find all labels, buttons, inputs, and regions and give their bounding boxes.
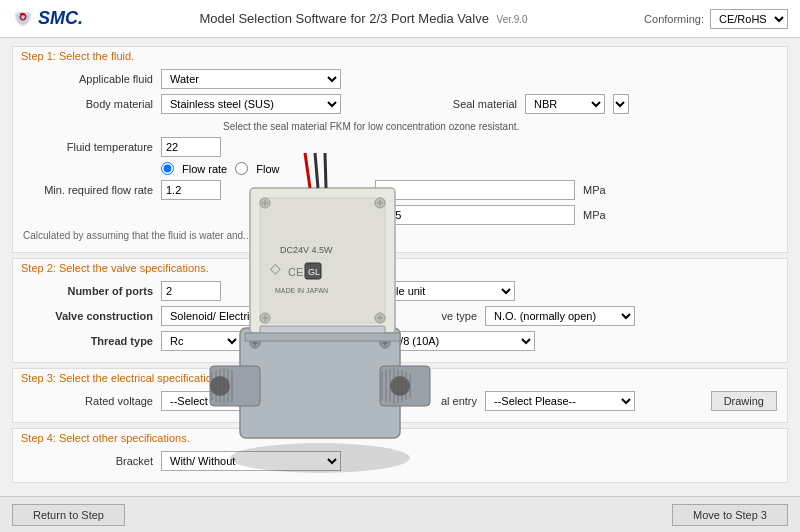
- port-size-select[interactable]: 3/8 (10A): [385, 331, 535, 351]
- conforming-select[interactable]: CE/RoHS UL None: [710, 9, 788, 29]
- body-material-label: Body material: [23, 98, 153, 110]
- seal-note: Select the seal material FKM for low con…: [223, 121, 519, 132]
- app-title: Model Selection Software for 2/3 Port Me…: [103, 11, 624, 26]
- pressure-input[interactable]: [375, 180, 575, 200]
- smc-logo-icon: [12, 8, 34, 30]
- app-header: SMC. Model Selection Software for 2/3 Po…: [0, 0, 800, 38]
- flow-rate-radio[interactable]: [161, 162, 174, 175]
- seal-material-arrow[interactable]: ▼: [613, 94, 629, 114]
- step2-section: Step 2: Select the valve specifications.…: [12, 258, 788, 363]
- step4-section: Step 4: Select other specifications. Bra…: [12, 428, 788, 483]
- conforming-area: Conforming: CE/RoHS UL None: [644, 9, 788, 29]
- valve-type-select[interactable]: N.O. (normally open): [485, 306, 635, 326]
- flow-rate-radio-group: Flow rate Flow: [161, 162, 279, 175]
- port-size-label: ort size: [317, 335, 377, 347]
- al-entry-select[interactable]: --Select Please--: [485, 391, 635, 411]
- min-flow-row: Min. required flow rate pressure MPa: [23, 180, 777, 200]
- num-ports-label: Number of ports: [23, 285, 153, 297]
- body-type-label: body type: [297, 285, 357, 297]
- step3-section: Step 3: Select the electrical specificat…: [12, 368, 788, 423]
- valve-type-label: ve type: [417, 310, 477, 322]
- fluid-temp-label: Fluid temperature: [23, 141, 153, 153]
- next-button[interactable]: Move to Step 3: [672, 504, 788, 526]
- calc-note-row: Calculated by assuming that the fluid is…: [23, 230, 777, 241]
- valve-construction-select[interactable]: Solenoid/ Electrica: [161, 306, 341, 326]
- step3-header: Step 3: Select the electrical specificat…: [13, 369, 787, 387]
- back-button[interactable]: Return to Step: [12, 504, 125, 526]
- body-material-row: Body material Stainless steel (SUS) Seal…: [23, 94, 777, 114]
- step2-body: Number of ports body type Single unit Va…: [13, 277, 787, 362]
- step4-body: Bracket With/ Without: [13, 447, 787, 482]
- sections-container: Step 1: Select the fluid. Applicable flu…: [12, 46, 788, 483]
- step1-header: Step 1: Select the fluid.: [13, 47, 787, 65]
- num-ports-input[interactable]: [161, 281, 221, 301]
- thread-type-select[interactable]: Rc: [161, 331, 241, 351]
- flow-rate-row: Flow rate Flow: [23, 162, 777, 175]
- bracket-label: Bracket: [23, 455, 153, 467]
- applicable-fluid-label: Applicable fluid: [23, 73, 153, 85]
- step1-section: Step 1: Select the fluid. Applicable flu…: [12, 46, 788, 253]
- max-pressure-input[interactable]: [375, 205, 575, 225]
- bracket-row: Bracket With/ Without: [23, 451, 777, 471]
- rated-voltage-row: Rated voltage --Select Please-- al entry…: [23, 391, 777, 411]
- applicable-fluid-select[interactable]: Water: [161, 69, 341, 89]
- max-pressure-unit: MPa: [583, 209, 606, 221]
- pressure-unit: MPa: [583, 184, 606, 196]
- valve-construction-label: Valve construction: [23, 310, 153, 322]
- body-material-select[interactable]: Stainless steel (SUS): [161, 94, 341, 114]
- al-entry-label: al entry: [417, 395, 477, 407]
- step3-body: Rated voltage --Select Please-- al entry…: [13, 387, 787, 422]
- min-flow-input[interactable]: [161, 180, 221, 200]
- num-ports-row: Number of ports body type Single unit: [23, 281, 777, 301]
- conforming-label: Conforming:: [644, 13, 704, 25]
- seal-material-label: Seal material: [437, 98, 517, 110]
- flow-option2-radio[interactable]: [235, 162, 248, 175]
- rated-voltage-label: Rated voltage: [23, 395, 153, 407]
- seal-material-select[interactable]: NBR: [525, 94, 605, 114]
- logo-text: SMC.: [38, 8, 83, 29]
- valve-construction-row: Valve construction Solenoid/ Electrica v…: [23, 306, 777, 326]
- smc-logo: SMC.: [12, 8, 83, 30]
- footer: Return to Step Move to Step 3: [0, 496, 800, 532]
- bracket-select[interactable]: With/ Without: [161, 451, 341, 471]
- flow-rate-option1: Flow rate: [182, 163, 227, 175]
- fluid-temp-row: Fluid temperature: [23, 137, 777, 157]
- seal-note-row: Select the seal material FKM for low con…: [223, 119, 777, 132]
- step1-body: Applicable fluid Water Body material Sta…: [13, 65, 787, 252]
- step4-header: Step 4: Select other specifications.: [13, 429, 787, 447]
- pressure-label: pressure: [317, 184, 367, 196]
- fluid-temp-input[interactable]: [161, 137, 221, 157]
- applicable-fluid-row: Applicable fluid Water: [23, 69, 777, 89]
- calc-note: Calculated by assuming that the fluid is…: [23, 230, 251, 241]
- max-pressure-row: MPa: [23, 205, 777, 225]
- body-type-select[interactable]: Single unit: [365, 281, 515, 301]
- drawing-button[interactable]: Drawing: [711, 391, 777, 411]
- thread-type-row: Thread type Rc ort size 3/8 (10A): [23, 331, 777, 351]
- rated-voltage-select[interactable]: --Select Please--: [161, 391, 341, 411]
- main-content: DC24V 4.5W GL MADE IN JAPAN ◇ CE Step 1:…: [0, 38, 800, 496]
- min-flow-label: Min. required flow rate: [23, 184, 153, 196]
- flow-option2-label: Flow: [256, 163, 279, 175]
- thread-type-label: Thread type: [23, 335, 153, 347]
- step2-header: Step 2: Select the valve specifications.: [13, 259, 787, 277]
